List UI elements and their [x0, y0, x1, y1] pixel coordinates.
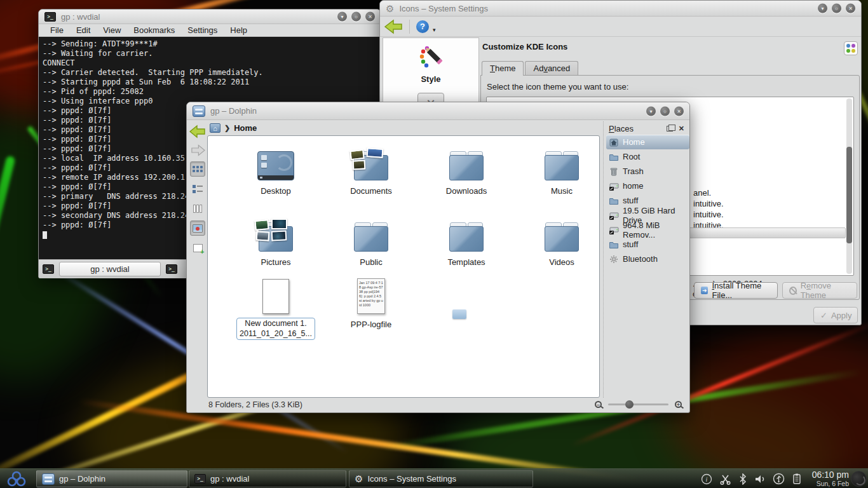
remove-theme-button[interactable]: Remove Theme [782, 282, 857, 299]
tile-pictures[interactable]: Pictures [228, 216, 323, 267]
details-view-button[interactable] [190, 181, 205, 196]
minimize-button[interactable]: ▾ [818, 4, 827, 13]
home-icon [609, 137, 619, 147]
menu-edit[interactable]: Edit [70, 25, 97, 36]
place-trash[interactable]: Trash [606, 164, 689, 179]
place-root[interactable]: Root [606, 149, 689, 164]
terminal-line: --> Sending: ATDT*99***1# [43, 39, 377, 49]
folder-view[interactable]: Desktop Documents Downloads Music [207, 135, 600, 398]
zoom-out-icon[interactable]: – [595, 401, 602, 408]
forward-icon[interactable] [191, 144, 205, 157]
klipper-scissors-icon[interactable] [719, 473, 731, 485]
task-dolphin[interactable]: gp – Dolphin [36, 470, 187, 487]
select-theme-label: Select the icon theme you want to use: [481, 76, 859, 92]
zoom-in-icon[interactable]: + [675, 401, 682, 408]
settings-tabs: Theme Advanced [482, 61, 580, 76]
maximize-button[interactable]: ○ [660, 106, 670, 116]
menu-view[interactable]: View [97, 25, 127, 36]
tile-ppp-logfile[interactable]: Jan 17 09:4 7:18 gp-Asp ire-5738 pp pd[1… [323, 274, 419, 329]
maximize-button[interactable]: ○ [832, 4, 841, 13]
tile-label: Desktop [228, 186, 323, 196]
place-home[interactable]: Home [606, 135, 689, 149]
close-button[interactable]: ✕ [674, 106, 684, 116]
volume-icon[interactable] [754, 473, 766, 485]
icons-view-button[interactable] [190, 161, 205, 177]
konsole-title: gp : wvdial [61, 12, 100, 22]
minimize-button[interactable]: ▾ [646, 106, 656, 116]
bluetooth-icon[interactable] [738, 473, 747, 485]
tile-desktop[interactable]: Desktop [228, 145, 323, 196]
sidebar-item-style[interactable]: Style [383, 38, 478, 84]
panel-toolbox-icon[interactable] [851, 471, 867, 487]
drive-icon [609, 181, 619, 191]
places-title: Places [609, 124, 634, 133]
task-konsole[interactable]: >_ gp : wvdial [189, 470, 346, 487]
launcher-icon[interactable] [4, 470, 29, 488]
toolbar-separator [409, 20, 410, 34]
zoom-slider-handle[interactable] [625, 400, 634, 409]
float-panel-icon[interactable] [667, 126, 673, 132]
maximize-button[interactable]: ○ [351, 12, 361, 22]
menu-bookmarks[interactable]: Bookmarks [127, 25, 181, 36]
folder-icon [449, 222, 484, 252]
task-label: gp : wvdial [210, 474, 249, 484]
konsole-titlebar[interactable]: >_ gp : wvdial ▾ ○ ✕ [39, 10, 381, 24]
new-tab-button-right[interactable]: >_ [166, 264, 177, 274]
icons-view-icon [193, 166, 203, 172]
mouse-cursor [452, 309, 466, 319]
tile-templates[interactable]: Templates [419, 216, 514, 267]
tile-documents[interactable]: Documents [323, 145, 419, 196]
tab-advanced[interactable]: Advanced [525, 61, 578, 76]
close-button[interactable]: ✕ [365, 12, 375, 22]
dolphin-side-toolbar [188, 124, 207, 255]
scrollbar[interactable] [846, 98, 852, 274]
back-icon[interactable] [384, 18, 403, 35]
tile-downloads[interactable]: Downloads [419, 145, 514, 196]
clock[interactable]: 06:10 pm Sun, 6 Feb [812, 470, 849, 487]
dolphin-titlebar[interactable]: gp – Dolphin ▾ ○ ✕ [187, 102, 689, 120]
menu-settings[interactable]: Settings [181, 25, 224, 36]
chevron-down-icon[interactable]: ▾ [433, 27, 436, 33]
device-notifier-icon[interactable] [773, 473, 785, 485]
minimize-button[interactable]: ▾ [337, 12, 347, 22]
new-tab-button[interactable]: >_ [43, 264, 54, 274]
close-panel-icon[interactable]: ✕ [679, 125, 684, 133]
system-tray: i [701, 469, 802, 488]
info-icon[interactable]: i [701, 473, 712, 485]
konsole-tab[interactable]: gp : wvdial [59, 262, 161, 276]
menu-help[interactable]: Help [224, 25, 254, 36]
place-bluetooth[interactable]: Bluetooth [606, 252, 689, 266]
details-view-icon [193, 185, 203, 193]
settings-title: Icons – System Settings [399, 4, 487, 13]
style-icon [417, 43, 444, 70]
terminal-line: --> Waiting for carrier. [43, 49, 377, 58]
tile-music[interactable]: Music [514, 145, 600, 196]
tile-videos[interactable]: Videos [514, 216, 600, 267]
settings-titlebar[interactable]: ⚙ Icons – System Settings ▾ ○ ✕ [380, 1, 861, 17]
task-system-settings[interactable]: ⚙ Icons – System Settings [349, 470, 533, 487]
svg-text:i: i [706, 476, 708, 483]
place-home-drive[interactable]: home [606, 179, 689, 193]
split-view-button[interactable] [190, 240, 205, 255]
tile-new-document[interactable]: New document 1. 2011_01_20_16_5... [228, 274, 323, 340]
help-icon[interactable]: ? [416, 20, 429, 33]
gear-icon: ⚙ [386, 4, 394, 13]
columns-view-button[interactable] [190, 201, 205, 216]
back-icon[interactable] [189, 124, 206, 139]
place-removable[interactable]: 964.8 MiB Remov... [606, 222, 689, 237]
preview-toggle-button[interactable] [190, 220, 205, 236]
apply-button[interactable]: ✓ Apply [813, 307, 858, 323]
tile-public[interactable]: Public [323, 216, 419, 267]
home-icon[interactable] [210, 123, 220, 133]
clipboard-icon[interactable] [792, 473, 802, 485]
clock-time: 06:10 pm [812, 470, 849, 480]
clock-date: Sun, 6 Feb [812, 480, 849, 487]
scrollbar-thumb[interactable] [846, 147, 852, 243]
tab-theme[interactable]: Theme [482, 61, 524, 76]
close-button[interactable]: ✕ [846, 4, 855, 13]
breadcrumb: ❯ Home [210, 121, 257, 134]
install-theme-button[interactable]: ➜ Install Theme File... [694, 282, 778, 299]
menu-file[interactable]: File [44, 25, 70, 36]
zoom-slider[interactable] [608, 403, 668, 405]
breadcrumb-home[interactable]: Home [234, 123, 257, 133]
